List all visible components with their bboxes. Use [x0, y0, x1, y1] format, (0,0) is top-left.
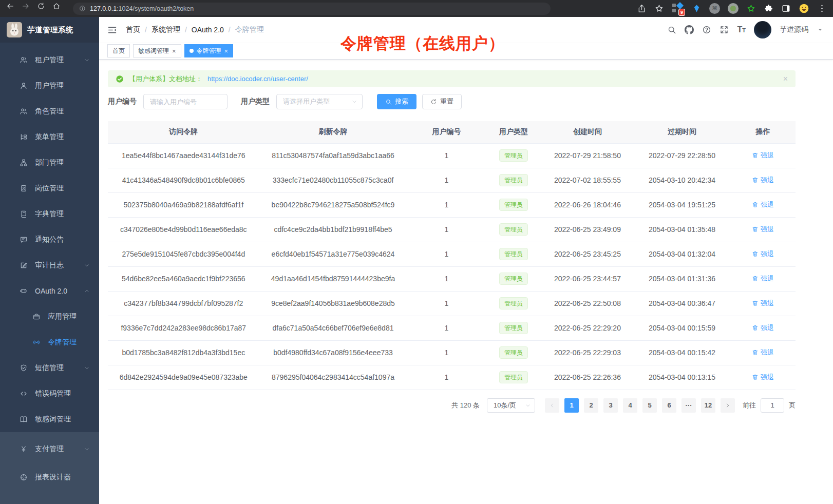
share-icon[interactable]: [637, 4, 647, 13]
page-size-select[interactable]: 10条/页: [487, 398, 535, 413]
tab-令牌管理[interactable]: 令牌管理 ×: [184, 44, 234, 57]
force-logout-button[interactable]: 强退: [752, 323, 774, 333]
browser-back-button[interactable]: [6, 2, 20, 15]
column-header: 操作: [730, 121, 796, 143]
sidebar-item-dept[interactable]: 部门管理: [0, 150, 99, 176]
tab-close-icon[interactable]: ×: [224, 47, 229, 55]
notice-icon: [20, 236, 28, 244]
tab-close-icon[interactable]: ×: [172, 47, 176, 55]
sidebar-collapse-icon[interactable]: [107, 25, 118, 35]
sidebar-item-audit[interactable]: 审计日志: [0, 253, 99, 278]
help-icon[interactable]: [702, 25, 711, 34]
user-type-select[interactable]: 请选择用户类型: [276, 94, 363, 109]
force-logout-button[interactable]: 强退: [752, 249, 774, 259]
page-button-6[interactable]: 6: [662, 398, 676, 413]
signal-icon: [32, 338, 41, 346]
side-panel-icon[interactable]: [781, 4, 791, 13]
browser-forward-button[interactable]: [22, 2, 35, 15]
app-logo[interactable]: 芋道管理系统: [0, 17, 99, 43]
access-token-cell: 41c41346a548490f9dc8b01c6bfe0865: [108, 168, 259, 192]
header-search-icon[interactable]: [667, 25, 676, 34]
address-bar[interactable]: 127.0.0.1:1024/system/oauth2/token: [73, 3, 551, 15]
sidebar-item-oauth2[interactable]: OAuth 2.0: [0, 278, 99, 304]
force-logout-button[interactable]: 强退: [752, 200, 774, 209]
column-header: 刷新令牌: [259, 121, 407, 143]
table-row: 275e5de9151045fe87cbdc395e004f4d e6cfd40…: [108, 242, 796, 266]
sidebar-item-pay[interactable]: 支付管理: [0, 435, 99, 463]
sidebar-item-sensitive[interactable]: 敏感词管理: [0, 406, 99, 432]
browser-menu-icon[interactable]: [817, 4, 827, 13]
green-dot-extension-icon[interactable]: [728, 3, 739, 14]
sidebar-item-errcode[interactable]: 错误码管理: [0, 381, 99, 406]
green-star-extension-icon[interactable]: [746, 4, 756, 13]
user-menu-caret-icon[interactable]: [817, 26, 824, 33]
profile-emoji-avatar[interactable]: [799, 3, 809, 14]
force-logout-button[interactable]: 强退: [752, 348, 774, 357]
font-size-icon[interactable]: TT: [737, 26, 746, 34]
user-id-input[interactable]: [143, 94, 228, 109]
tab-敏感词管理[interactable]: 敏感词管理 ×: [133, 44, 181, 57]
access-token-cell: c342377bf8b344799dcbf7bf095287f2: [108, 291, 259, 316]
force-logout-button[interactable]: 强退: [752, 274, 774, 283]
bookmark-star-icon[interactable]: [654, 4, 664, 13]
sidebar-item-notice[interactable]: 通知公告: [0, 227, 99, 253]
sidebar-item-oauth2-token[interactable]: 令牌管理: [0, 329, 99, 355]
extension-with-badge[interactable]: 9: [672, 3, 684, 15]
force-logout-button[interactable]: 强退: [752, 225, 774, 234]
sidebar-item-sms[interactable]: 短信管理: [0, 355, 99, 381]
gray-extension-icon[interactable]: ⌘: [709, 3, 720, 14]
search-button[interactable]: 搜索: [377, 94, 416, 109]
prev-page-button[interactable]: [545, 398, 559, 413]
goto-page-input[interactable]: [761, 398, 784, 413]
sidebar-item-oauth2-app[interactable]: 应用管理: [0, 304, 99, 329]
sidebar-item-role[interactable]: 角色管理: [0, 99, 99, 124]
extension-badge: 9: [678, 9, 685, 16]
force-logout-button[interactable]: 强退: [752, 176, 774, 185]
tab-首页[interactable]: 首页: [107, 44, 130, 57]
table-row: 502375b8040a469a9b82188afdf6af1f be90422…: [108, 192, 796, 217]
page-button-5[interactable]: 5: [642, 398, 657, 413]
audit-icon: [20, 261, 28, 269]
github-icon[interactable]: [685, 25, 694, 34]
sidebar-item-post[interactable]: 岗位管理: [0, 176, 99, 201]
sidebar-item-tenant[interactable]: 租户管理: [0, 47, 99, 73]
page-info-icon[interactable]: [79, 5, 86, 12]
sidebar-item-user[interactable]: 用户管理: [0, 73, 99, 99]
page-ellipsis-button[interactable]: ···: [681, 398, 696, 413]
table-row: c347026e805e4d99b0d116eae66eda8c cdfc4ce…: [108, 217, 796, 242]
sidebar-item-report[interactable]: 报表设计器: [0, 463, 99, 491]
page-button-3[interactable]: 3: [603, 398, 618, 413]
user-type-badge: 管理员: [499, 149, 528, 162]
extensions-puzzle-icon[interactable]: [764, 4, 773, 13]
sidebar-item-menu[interactable]: 菜单管理: [0, 124, 99, 150]
breadcrumb-item[interactable]: OAuth 2.0: [192, 26, 224, 34]
created-time-cell: 2022-06-25 23:45:25: [541, 242, 634, 266]
refresh-token-cell: 811c530487574fa0af1a59d3abc1aa66: [259, 143, 407, 168]
force-logout-button[interactable]: 强退: [752, 373, 774, 382]
user-id-cell: 1: [407, 316, 486, 340]
user-avatar[interactable]: [754, 21, 771, 38]
user-type-badge: 管理员: [499, 273, 528, 285]
username[interactable]: 芋道源码: [780, 25, 808, 34]
created-time-cell: 2022-06-25 22:26:36: [541, 365, 634, 390]
reset-button[interactable]: 重置: [422, 94, 462, 109]
force-logout-button[interactable]: 强退: [752, 299, 774, 308]
next-page-button[interactable]: [721, 398, 735, 413]
breadcrumb-item[interactable]: 系统管理: [152, 25, 180, 34]
breadcrumb-item[interactable]: 首页: [126, 25, 140, 34]
trash-icon: [752, 374, 759, 380]
sidebar-item-dict[interactable]: 字典管理: [0, 201, 99, 227]
page-button-1[interactable]: 1: [564, 398, 579, 413]
fullscreen-icon[interactable]: [720, 25, 729, 34]
page-button-4[interactable]: 4: [623, 398, 637, 413]
alert-close-icon[interactable]: ×: [783, 75, 788, 83]
browser-reload-button[interactable]: [37, 2, 50, 15]
trash-icon: [752, 226, 759, 232]
page-button-12[interactable]: 12: [701, 398, 715, 413]
force-logout-button[interactable]: 强退: [752, 151, 774, 160]
gem-extension-icon[interactable]: [692, 4, 702, 13]
browser-home-button[interactable]: [52, 2, 66, 15]
doc-link[interactable]: https://doc.iocoder.cn/user-center/: [207, 75, 308, 83]
page-button-2[interactable]: 2: [584, 398, 598, 413]
access-token-cell: 275e5de9151045fe87cbdc395e004f4d: [108, 242, 259, 266]
